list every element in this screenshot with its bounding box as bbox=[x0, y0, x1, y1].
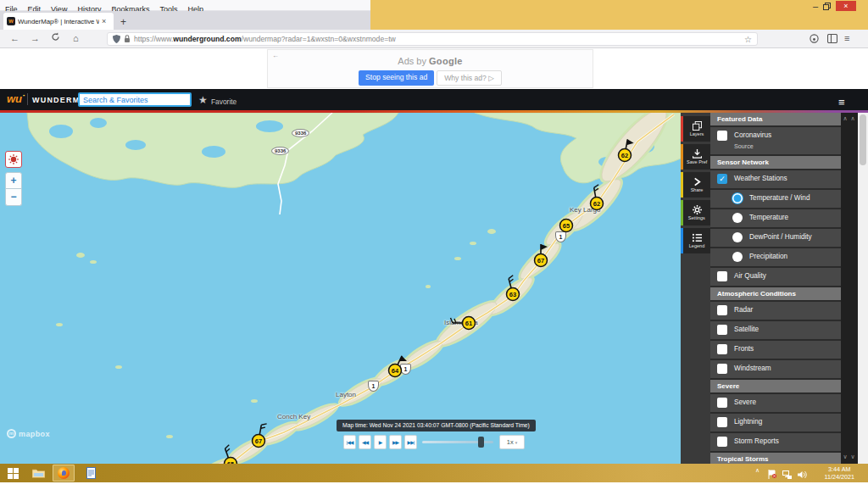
reload-button[interactable] bbox=[51, 32, 60, 43]
why-ad-button[interactable]: Why this ad? ▷ bbox=[437, 70, 502, 86]
sidebar-item-share[interactable]: Share bbox=[681, 172, 710, 198]
playback-button-4[interactable]: ▶▶| bbox=[404, 435, 417, 449]
adchoices-icon: ▷ bbox=[488, 74, 494, 82]
station-marker[interactable]: 65 bbox=[214, 447, 248, 464]
station-marker[interactable]: 61 bbox=[452, 306, 486, 340]
checkbox-icon[interactable] bbox=[717, 417, 727, 427]
writer-icon[interactable] bbox=[80, 465, 102, 482]
playback-button-1[interactable]: ◀◀ bbox=[359, 435, 371, 449]
favorite-button[interactable]: Favorite bbox=[211, 97, 236, 106]
search-input[interactable] bbox=[78, 92, 192, 107]
app-menu-icon[interactable]: ≡ bbox=[844, 33, 849, 43]
station-marker[interactable]: 65 bbox=[549, 209, 583, 242]
checkbox-icon[interactable] bbox=[717, 325, 727, 335]
radio-selected-icon[interactable] bbox=[732, 193, 743, 203]
checkbox-icon[interactable] bbox=[717, 344, 727, 354]
time-slider[interactable] bbox=[422, 435, 493, 449]
layer-row-temperature-wind[interactable]: Temperature / Wind bbox=[710, 190, 841, 208]
checkbox-icon[interactable] bbox=[717, 398, 727, 408]
layer-row-lightning[interactable]: Lightning bbox=[710, 414, 841, 431]
panel-scroll-up-icon[interactable]: ∧ ∧ bbox=[841, 115, 858, 122]
layer-row-storm-reports[interactable]: Storm Reports bbox=[710, 433, 841, 451]
layer-row-dewpoint-humidity[interactable]: DewPoint / Humidity bbox=[710, 229, 841, 247]
station-marker[interactable]: 62 bbox=[580, 186, 614, 220]
sidebar-toggle-icon[interactable] bbox=[827, 34, 837, 45]
mapbox-attribution[interactable]: m mapbox bbox=[7, 429, 50, 438]
url-bar[interactable]: https://www.wunderground.com/wundermap?r… bbox=[107, 32, 758, 46]
map-canvas[interactable]: Key LargoIslamoradaLaytonConch Key933693… bbox=[0, 113, 681, 464]
tray-volume-icon[interactable] bbox=[798, 467, 807, 482]
wu-logo[interactable]: wu˙ bbox=[7, 92, 25, 105]
station-marker[interactable]: 63 bbox=[496, 277, 530, 311]
save-icon bbox=[693, 149, 702, 159]
checkbox-icon[interactable] bbox=[717, 131, 727, 141]
tab-close-icon[interactable]: × bbox=[102, 17, 106, 25]
checkbox-icon[interactable] bbox=[717, 364, 727, 374]
tray-expand-icon[interactable]: ∧ bbox=[755, 467, 760, 474]
layer-row-weather-stations[interactable]: ✓Weather Stations bbox=[710, 170, 841, 188]
checkbox-icon[interactable] bbox=[717, 437, 727, 447]
ad-back-icon[interactable]: ← bbox=[272, 52, 279, 59]
header-menu-icon[interactable]: ≡ bbox=[838, 96, 845, 109]
radio-icon[interactable] bbox=[732, 252, 743, 262]
playback-button-3[interactable]: ▶▶ bbox=[389, 435, 402, 449]
clock[interactable]: 3:44 AM 11/24/2021 bbox=[825, 465, 854, 481]
new-tab-button[interactable]: + bbox=[120, 16, 126, 28]
layer-label: DewPoint / Humidity bbox=[749, 233, 812, 241]
scrollbar-thumb[interactable] bbox=[860, 114, 866, 165]
speed-select[interactable]: 1x ▾ bbox=[499, 435, 525, 449]
layer-row-air-quality[interactable]: Air Quality bbox=[710, 268, 841, 286]
minimize-button[interactable]: – bbox=[813, 2, 818, 10]
sidebar-item-legend[interactable]: Legend bbox=[681, 228, 710, 253]
station-marker[interactable]: 62 bbox=[608, 138, 642, 172]
favorite-star-icon[interactable]: ★ bbox=[198, 94, 208, 106]
firefox-icon[interactable] bbox=[53, 465, 75, 482]
radio-icon[interactable] bbox=[732, 232, 743, 242]
forward-button[interactable]: → bbox=[31, 33, 40, 43]
restore-button[interactable] bbox=[823, 0, 831, 14]
panel-scroll-down-icon[interactable]: ∨ ∨ bbox=[841, 454, 858, 460]
tray-flag-icon[interactable] bbox=[768, 467, 776, 482]
google-ad[interactable]: ← Ads by Google Stop seeing this ad Why … bbox=[267, 49, 593, 88]
account-icon[interactable] bbox=[810, 34, 819, 45]
home-button[interactable]: ⌂ bbox=[73, 33, 79, 43]
sidebar-item-layers[interactable]: Layers bbox=[681, 116, 710, 142]
layer-row-satellite[interactable]: Satellite bbox=[710, 321, 841, 339]
layer-row-fronts[interactable]: Fronts bbox=[710, 341, 841, 359]
radio-icon[interactable] bbox=[732, 213, 743, 223]
station-marker[interactable]: 67 bbox=[524, 243, 558, 277]
browser-scrollbar[interactable] bbox=[858, 113, 868, 464]
checkbox-checked-icon[interactable]: ✓ bbox=[717, 174, 727, 184]
stop-ad-button[interactable]: Stop seeing this ad bbox=[359, 70, 434, 86]
dropdown-arrow-icon: ▾ bbox=[515, 440, 518, 445]
back-button[interactable]: ← bbox=[10, 33, 19, 43]
playback-button-0[interactable]: |◀◀ bbox=[343, 435, 356, 449]
layer-row-severe[interactable]: Severe bbox=[710, 394, 841, 412]
checkbox-icon[interactable] bbox=[717, 271, 727, 281]
sidebar-item-save-pref[interactable]: Save Pref bbox=[681, 144, 710, 170]
shield-icon[interactable] bbox=[113, 31, 120, 47]
sidebar-item-settings[interactable]: Settings bbox=[681, 200, 710, 225]
layer-row-precipitation[interactable]: Precipitation bbox=[710, 248, 841, 266]
zoom-out-button[interactable]: − bbox=[5, 189, 22, 206]
browser-tab[interactable]: w WunderMap® | Interactive We × bbox=[3, 13, 114, 30]
lock-icon[interactable] bbox=[124, 31, 131, 47]
station-marker[interactable]: 64 bbox=[378, 353, 412, 387]
clock-time: 3:44 AM bbox=[825, 465, 854, 473]
slider-handle[interactable] bbox=[478, 437, 484, 448]
covid-layer-button[interactable] bbox=[5, 151, 22, 168]
layer-row-radar[interactable]: Radar bbox=[710, 302, 841, 320]
source-link[interactable]: Source bbox=[734, 142, 754, 150]
file-explorer-icon[interactable] bbox=[27, 465, 49, 482]
checkbox-icon[interactable] bbox=[717, 305, 727, 315]
layer-row-temperature[interactable]: Temperature bbox=[710, 209, 841, 227]
start-button[interactable] bbox=[2, 465, 24, 482]
zoom-in-button[interactable]: + bbox=[5, 172, 22, 189]
playback-button-2[interactable]: ▶ bbox=[374, 435, 387, 449]
layer-row-windstream[interactable]: Windstream bbox=[710, 360, 841, 378]
svg-text:62: 62 bbox=[593, 200, 600, 208]
tray-network-icon[interactable] bbox=[782, 467, 792, 482]
bookmark-star-icon[interactable]: ☆ bbox=[744, 35, 752, 44]
close-button[interactable]: × bbox=[836, 1, 856, 11]
layer-row-coronavirus[interactable]: CoronavirusSource bbox=[710, 127, 841, 154]
